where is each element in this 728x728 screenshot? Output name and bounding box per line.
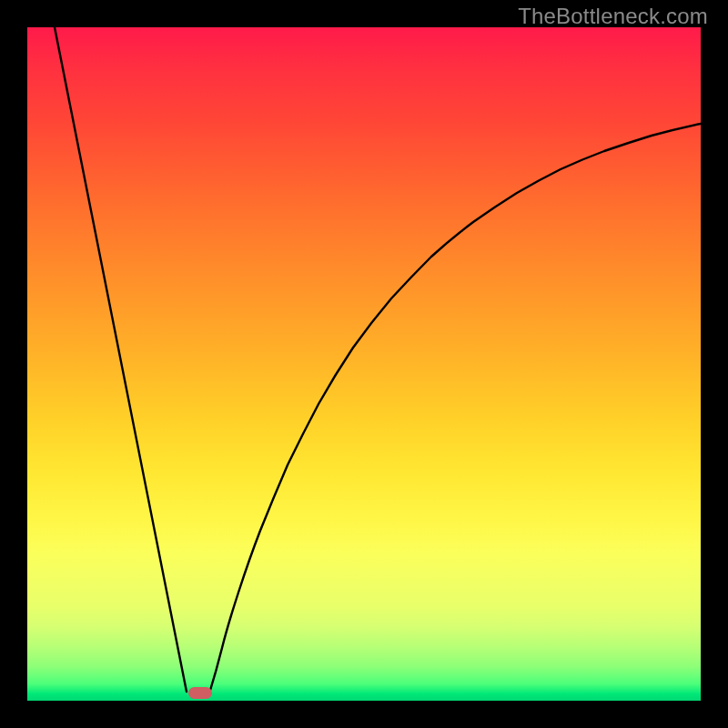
watermark-text: TheBottleneck.com (518, 4, 708, 29)
curve-left-arm (55, 27, 187, 692)
curve-right-arm (209, 124, 701, 693)
bottleneck-curve (27, 27, 701, 701)
chart-frame: TheBottleneck.com (0, 0, 728, 728)
plot-area (27, 27, 701, 701)
optimal-marker (188, 687, 212, 699)
